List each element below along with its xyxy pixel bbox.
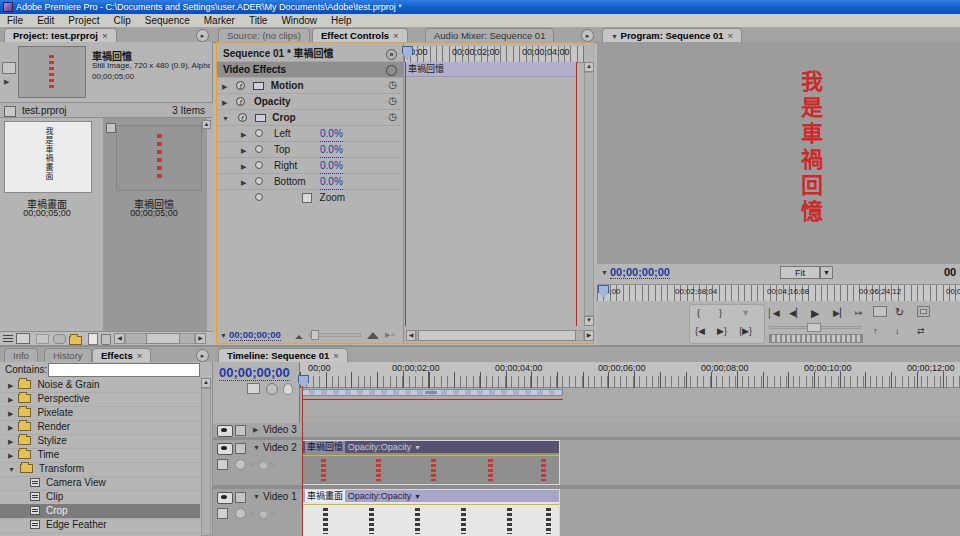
param-value[interactable]: 0.0% — [320, 142, 343, 158]
folder-stylize[interactable]: ▶Stylize — [0, 434, 200, 449]
ec-clip-bar[interactable]: 車禍回憶 — [404, 62, 576, 77]
extract-icon[interactable]: ↓ — [895, 325, 900, 337]
zoom-slider-handle[interactable] — [311, 330, 319, 340]
set-display-style-icon[interactable] — [217, 508, 228, 519]
effect-enabled-icon[interactable]: f — [236, 81, 245, 90]
work-area-bar[interactable] — [302, 389, 563, 396]
toggle-animation-icon[interactable]: ◷ — [388, 80, 397, 90]
clip-keyframe-label[interactable]: Opacity:Opacity — [348, 491, 412, 501]
menu-title[interactable]: Title — [242, 15, 275, 26]
effect-edge-feather[interactable]: Edge Feather — [0, 518, 200, 533]
param-value[interactable]: 0.0% — [320, 174, 343, 190]
folder-perspective[interactable]: ▶Perspective — [0, 392, 200, 407]
folder-noise-grain[interactable]: ▶Noise & Grain — [0, 378, 200, 393]
set-out-point-icon[interactable]: } — [719, 307, 722, 319]
zoom-in-icon[interactable] — [367, 332, 379, 339]
panel-menu-icon[interactable]: ▸ — [581, 29, 594, 42]
next-keyframe-icon[interactable]: ▶ — [271, 509, 276, 517]
track-lock-toggle[interactable] — [235, 425, 246, 436]
timeline-timecode[interactable]: 00;00;00;00 — [219, 365, 290, 381]
keyframe-toggle-icon[interactable] — [255, 177, 263, 185]
close-icon[interactable]: × — [333, 350, 339, 361]
set-display-style-icon[interactable] — [217, 459, 228, 470]
effect-enabled-icon[interactable]: f — [238, 113, 247, 122]
track-lock-toggle[interactable] — [235, 443, 246, 454]
chevron-down-icon[interactable]: ▼ — [611, 33, 618, 40]
scroll-left-icon[interactable]: ◀ — [406, 330, 416, 341]
menu-edit[interactable]: Edit — [30, 15, 61, 26]
set-in-point-icon[interactable]: { — [697, 307, 700, 319]
poster-frame-icon[interactable] — [2, 62, 16, 74]
zoom-out-icon[interactable] — [295, 335, 303, 339]
clip-keyframe-label[interactable]: Opacity:Opacity — [348, 442, 412, 452]
trim-icon[interactable]: ⇄ — [917, 325, 925, 337]
show-keyframes-icon[interactable]: » — [386, 49, 397, 60]
toggle-track-output-icon[interactable] — [217, 443, 233, 455]
play-icon[interactable]: ▶ — [811, 307, 819, 319]
folder-render[interactable]: ▶Render — [0, 420, 200, 435]
lift-icon[interactable]: ↑ — [873, 325, 878, 337]
play-in-to-out-icon[interactable]: {▶} — [739, 325, 752, 337]
tab-timeline[interactable]: Timeline: Sequence 01× — [218, 348, 348, 362]
effect-crop[interactable]: Crop — [0, 504, 200, 519]
chevron-down-icon[interactable]: ▼ — [414, 444, 421, 451]
h-scroll-thumb[interactable] — [146, 333, 180, 344]
scroll-up-icon[interactable]: ▲ — [584, 62, 594, 72]
keyframe-toggle-icon[interactable] — [255, 193, 263, 201]
add-keyframe-icon[interactable] — [259, 461, 268, 470]
effect-clip[interactable]: Clip — [0, 490, 200, 505]
automate-to-sequence-icon[interactable] — [36, 334, 49, 344]
add-keyframe-icon[interactable] — [259, 510, 268, 519]
show-keyframes-icon[interactable] — [235, 508, 246, 519]
effect-enabled-icon[interactable]: f — [236, 97, 245, 106]
scroll-up-icon[interactable]: ▲ — [202, 120, 211, 129]
prev-keyframe-icon[interactable]: ◀ — [249, 460, 254, 468]
scroll-left-icon[interactable]: ◀ — [114, 333, 125, 344]
work-area-handle[interactable] — [425, 391, 437, 394]
prev-keyframe-icon[interactable]: ◀ — [249, 509, 254, 517]
close-icon[interactable]: × — [728, 30, 734, 41]
bin-row[interactable]: test.prproj 3 Items — [0, 102, 213, 118]
contains-input[interactable] — [48, 363, 200, 377]
toggle-animation-icon[interactable]: ◷ — [388, 96, 397, 106]
v-scrollbar[interactable] — [201, 388, 211, 536]
zoom-level-select[interactable]: Fit — [780, 266, 820, 279]
ec-param-right[interactable]: ▶ Right 0.0% — [217, 158, 403, 174]
chevron-down-icon[interactable]: ▼ — [601, 269, 608, 276]
scroll-right-icon[interactable]: ▶ — [195, 333, 206, 344]
set-encore-chapter-marker-icon[interactable] — [266, 383, 278, 395]
program-ruler[interactable]: 0;00 00;02;08;04 00;04;16;08 00;06;24;12… — [597, 284, 960, 302]
menu-file[interactable]: File — [0, 15, 30, 26]
tab-effects[interactable]: Effects× — [92, 348, 151, 362]
track-name[interactable]: Video 3 — [263, 424, 297, 435]
folder-time[interactable]: ▶Time — [0, 448, 200, 463]
ec-effect-motion[interactable]: ▶ f Motion ◷ — [217, 78, 403, 94]
ec-param-zoom[interactable]: Zoom — [217, 190, 403, 205]
close-icon[interactable]: × — [137, 350, 143, 361]
set-marker-icon[interactable]: ▼ — [741, 307, 750, 319]
icon-view-icon[interactable] — [16, 333, 30, 344]
tab-effect-controls[interactable]: Effect Controls× — [312, 28, 408, 42]
opacity-rubber-band[interactable] — [303, 504, 559, 505]
h-scroll-thumb[interactable] — [418, 330, 576, 341]
tab-history[interactable]: History — [44, 348, 92, 362]
menu-window[interactable]: Window — [274, 15, 324, 26]
zoom-checkbox[interactable] — [302, 193, 312, 203]
menu-help[interactable]: Help — [324, 15, 359, 26]
param-value[interactable]: 0.0% — [320, 158, 343, 174]
toggle-animation-icon[interactable]: ◷ — [388, 112, 397, 122]
scroll-right-icon[interactable]: ▶ — [584, 330, 594, 341]
clip-v1[interactable]: 車禍畫面 Opacity:Opacity ▼ — [302, 489, 560, 536]
tab-info[interactable]: Info — [4, 348, 38, 362]
folder-transform[interactable]: ▼Transform — [0, 462, 200, 477]
param-value[interactable]: 0.0% — [320, 126, 343, 142]
menu-sequence[interactable]: Sequence — [138, 15, 197, 26]
chevron-down-icon[interactable]: ▼ — [414, 493, 421, 500]
tab-project[interactable]: Project: test.prproj× — [4, 28, 117, 42]
track-lock-toggle[interactable] — [235, 492, 246, 503]
step-back-icon[interactable]: ◀▏ — [789, 307, 803, 319]
next-keyframe-icon[interactable]: ▶ — [271, 460, 276, 468]
go-to-in-icon[interactable]: {◀ — [695, 325, 705, 337]
opacity-rubber-band[interactable] — [303, 455, 559, 456]
clear-icon[interactable] — [101, 334, 111, 345]
